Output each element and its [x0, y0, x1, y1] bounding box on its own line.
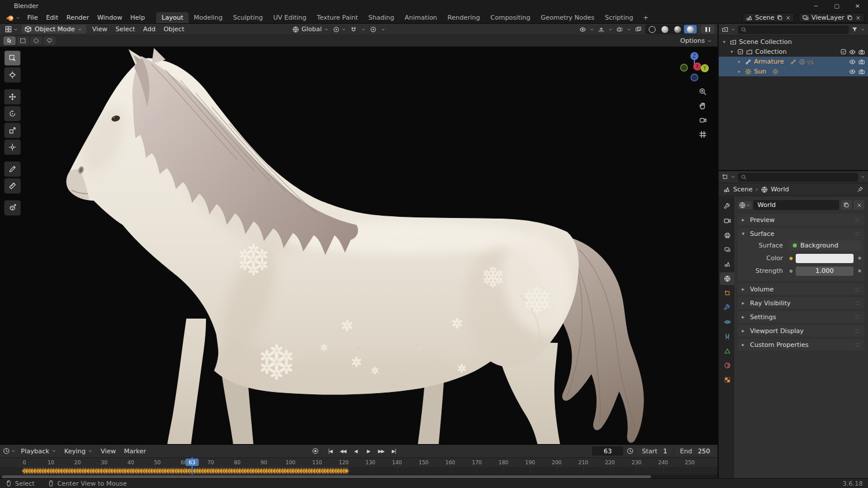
navigation-gizmo[interactable]: X Z Y	[678, 50, 711, 84]
unlink-scene-icon[interactable]	[785, 15, 791, 21]
preview-range-icon[interactable]	[627, 448, 634, 454]
menu-edit[interactable]: Edit	[42, 13, 62, 23]
cursor-tool[interactable]	[4, 67, 21, 83]
workspace-tab-layout[interactable]: Layout	[156, 12, 188, 23]
pan-hand-icon[interactable]	[698, 102, 707, 110]
select-mode-circle[interactable]	[30, 36, 42, 45]
color-swatch[interactable]	[796, 254, 854, 263]
snap-toggle-icon[interactable]	[350, 26, 357, 33]
panel-options-icon[interactable]	[854, 286, 860, 293]
camera-toggle-icon[interactable]	[858, 58, 865, 65]
surface-menu-button[interactable]: Background	[789, 241, 861, 250]
panel-options-icon[interactable]	[854, 300, 860, 306]
breadcrumb-scene[interactable]: Scene	[733, 186, 753, 193]
select-mode-tweak[interactable]	[3, 36, 16, 45]
minimize-button[interactable]: ─	[806, 0, 826, 12]
proportional-chevron-icon[interactable]	[381, 27, 385, 32]
node-socket-icon[interactable]	[789, 269, 793, 273]
previous-keyframe-button[interactable]: ◀◀	[337, 446, 348, 456]
annotate-tool[interactable]	[4, 161, 21, 177]
properties-editor-type-icon[interactable]	[722, 173, 729, 180]
viewport-menu-add[interactable]: Add	[139, 25, 159, 34]
viewport-menu-object[interactable]: Object	[160, 25, 189, 34]
timeline-menu-view[interactable]: View	[97, 447, 120, 456]
eye-toggle-icon[interactable]	[849, 58, 856, 65]
panel-ray-visibility-header[interactable]: ▸Ray Visibility	[738, 297, 865, 309]
shading-rendered-button[interactable]	[684, 25, 697, 34]
properties-search-input[interactable]	[738, 173, 858, 182]
end-frame-field[interactable]: End 250	[675, 446, 715, 456]
outliner-row-collection[interactable]: ▾Collection	[719, 47, 868, 57]
unlink-datablock-button[interactable]	[854, 200, 865, 210]
transform-tool[interactable]	[4, 139, 21, 155]
eye-toggle-icon[interactable]	[849, 49, 856, 56]
viewport-menu-select[interactable]: Select	[111, 25, 139, 34]
timeline-menu-playback[interactable]: Playback	[17, 447, 60, 456]
auto-keying-toggle[interactable]	[312, 448, 318, 454]
object-tab[interactable]	[720, 287, 734, 300]
filter-icon[interactable]	[851, 26, 858, 33]
browse-world-button[interactable]	[738, 201, 752, 209]
select-mode-lasso[interactable]	[43, 36, 56, 45]
zoom-icon[interactable]	[698, 87, 707, 96]
panel-preview-header[interactable]: ▸Preview	[738, 214, 865, 225]
visibility-dropdown-icon[interactable]	[579, 26, 586, 33]
current-frame-field[interactable]: 63	[592, 446, 623, 456]
tool-tab[interactable]	[720, 200, 734, 213]
checkbox-icon[interactable]	[737, 49, 744, 55]
scale-tool[interactable]	[4, 123, 21, 138]
play-reverse-button[interactable]: ◀	[350, 446, 361, 456]
physics-tab[interactable]	[720, 316, 734, 328]
panel-options-icon[interactable]	[854, 217, 860, 223]
pivot-dropdown[interactable]	[333, 26, 346, 33]
eye-toggle-icon[interactable]	[849, 68, 856, 75]
new-scene-icon[interactable]	[777, 14, 783, 21]
disclosure-icon[interactable]: ▸	[736, 59, 742, 64]
outliner-row-scene-collection[interactable]: ▾Scene Collection	[719, 37, 868, 47]
workspace-tab-texture-paint[interactable]: Texture Paint	[312, 12, 363, 23]
constraints-tab[interactable]	[720, 330, 734, 343]
next-keyframe-button[interactable]: ▶▶	[376, 446, 387, 456]
render-tab[interactable]	[720, 215, 734, 227]
scene-tab[interactable]	[720, 258, 734, 271]
workspace-tab-compositing[interactable]: Compositing	[486, 12, 536, 23]
camera-toggle-icon[interactable]	[858, 68, 865, 75]
timeline-editor-type-icon[interactable]	[3, 448, 10, 454]
panel-options-icon[interactable]	[854, 328, 860, 334]
outliner-search-input[interactable]	[738, 25, 849, 34]
panel-settings-header[interactable]: ▸Settings	[738, 311, 865, 323]
workspace-tab-animation[interactable]: Animation	[399, 12, 442, 23]
disclosure-icon[interactable]: ▾	[721, 39, 727, 45]
options-dropdown[interactable]: Options	[678, 37, 714, 45]
panel-viewport-display-header[interactable]: ▸Viewport Display	[738, 325, 865, 337]
new-viewlayer-icon[interactable]	[847, 14, 853, 21]
jump-to-end-button[interactable]: ▶|	[388, 446, 399, 456]
jump-to-start-button[interactable]: |◀	[325, 446, 336, 456]
snap-settings-chevron-icon[interactable]	[361, 27, 366, 32]
add-cube-tool[interactable]	[4, 200, 21, 216]
workspace-tab-shading[interactable]: Shading	[363, 12, 400, 23]
output-tab[interactable]	[720, 229, 734, 242]
menu-window[interactable]: Window	[93, 13, 126, 23]
animate-property-dot[interactable]	[858, 269, 861, 272]
panel-options-icon[interactable]	[854, 314, 860, 320]
data-tab[interactable]	[720, 345, 734, 357]
orientation-dropdown[interactable]: Global	[292, 25, 329, 33]
select-mode-box[interactable]	[17, 36, 29, 45]
timeline-ruler[interactable]: 0102030405060708090100110120130140150160…	[0, 457, 718, 467]
toggle-xray-icon[interactable]	[635, 26, 642, 33]
gizmo-y-label[interactable]: Y	[703, 66, 707, 71]
editor-divider-vertical[interactable]	[718, 24, 719, 478]
timeline-menu-keying[interactable]: Keying	[60, 447, 97, 456]
shading-material-button[interactable]	[671, 25, 684, 34]
camera-toggle-icon[interactable]	[858, 49, 865, 56]
panel-options-icon[interactable]	[854, 231, 860, 237]
add-workspace-button[interactable]: +	[639, 13, 652, 23]
panel-custom-properties-header[interactable]: ▸Custom Properties	[738, 339, 865, 350]
workspace-tab-uv-editing[interactable]: UV Editing	[268, 12, 311, 23]
viewport-menu-view[interactable]: View	[88, 25, 111, 34]
view-layer-tab[interactable]	[720, 243, 734, 256]
workspace-tab-scripting[interactable]: Scripting	[599, 12, 638, 23]
workspace-tab-modeling[interactable]: Modeling	[189, 12, 228, 23]
ortho-grid-icon[interactable]	[698, 130, 707, 139]
